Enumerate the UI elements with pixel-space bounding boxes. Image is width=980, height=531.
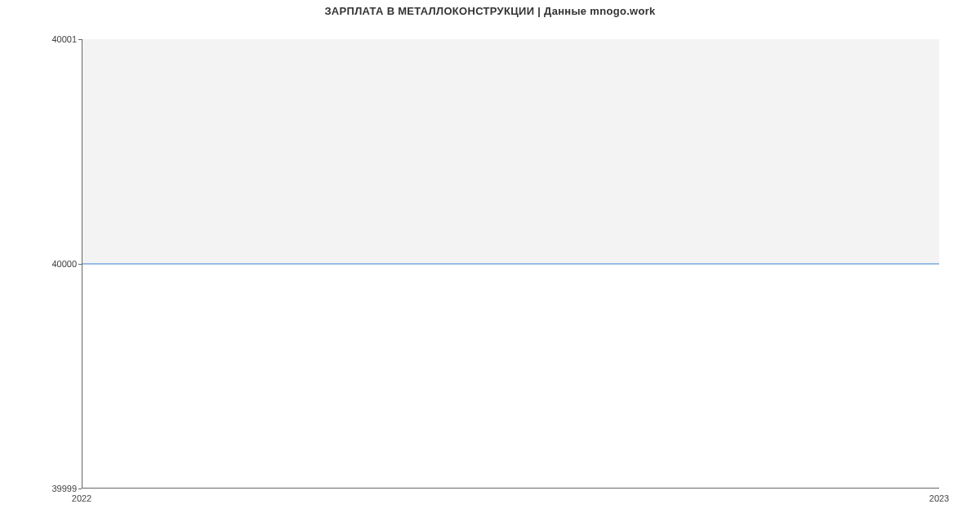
chart-plot-area: 40001 40000 39999 2022 2023 (82, 39, 939, 489)
chart-title: ЗАРПЛАТА В МЕТАЛЛОКОНСТРУКЦИИ | Данные m… (0, 0, 980, 17)
y-tick (78, 489, 82, 489)
y-tick (78, 39, 82, 40)
grid-band (82, 39, 939, 264)
line-series (82, 264, 939, 265)
y-tick-label: 40001 (51, 34, 77, 44)
y-tick-label: 40000 (51, 259, 77, 269)
x-tick-label: 2023 (929, 493, 949, 503)
y-tick (78, 264, 82, 265)
x-axis-line (82, 488, 939, 489)
y-axis-line (82, 39, 82, 489)
y-tick-label: 39999 (51, 484, 77, 493)
x-tick-label: 2022 (72, 493, 91, 503)
